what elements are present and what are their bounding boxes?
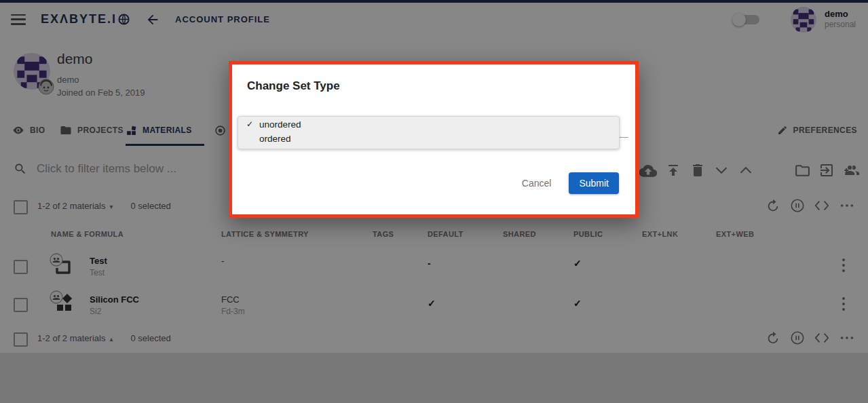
dialog-actions: Cancel Submit: [512, 172, 619, 194]
cancel-button[interactable]: Cancel: [512, 172, 561, 194]
change-set-type-dialog: Change Set Type ✓ unordered ordered Canc…: [229, 61, 639, 218]
option-ordered[interactable]: ordered: [238, 132, 619, 145]
option-label: ordered: [259, 134, 291, 144]
submit-button[interactable]: Submit: [569, 172, 619, 194]
set-type-listbox[interactable]: ✓ unordered ordered: [238, 116, 620, 149]
option-unordered[interactable]: ✓ unordered: [238, 118, 619, 131]
option-label: unordered: [259, 119, 301, 130]
account-profile-page: EXΛBYTE.I ACCOUNT PROFILE: [0, 0, 868, 403]
check-icon: ✓: [246, 118, 257, 131]
dialog-title: Change Set Type: [247, 79, 340, 93]
